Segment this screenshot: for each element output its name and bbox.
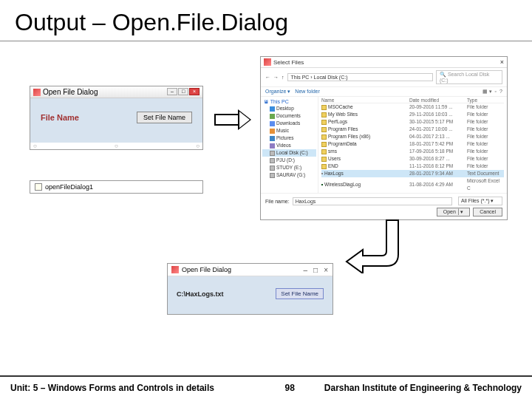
- file-row[interactable]: Program Files24-01-2017 10:00 ...File fo…: [321, 126, 504, 133]
- file-icon: [321, 134, 327, 140]
- sidebar-item[interactable]: Local Disk (C:): [262, 149, 316, 157]
- file-icon: [321, 112, 327, 117]
- dialog-toolbar: Organize ▾ New folder ▦ ▾ ▫ ?: [261, 87, 507, 97]
- win3-title: Open File Dialog: [182, 266, 231, 273]
- file-row[interactable]: sms17-09-2016 5:18 PMFile folder: [321, 148, 504, 155]
- col-name[interactable]: Name: [321, 98, 409, 103]
- filter-combo[interactable]: All Files (*.*) ▾: [458, 197, 502, 205]
- file-icon: [321, 142, 327, 147]
- drive-icon: [270, 129, 275, 134]
- drive-icon: [270, 166, 275, 171]
- file-icon: [321, 157, 327, 162]
- path-box[interactable]: This PC › Local Disk (C:): [287, 73, 434, 81]
- drive-icon: [270, 158, 275, 163]
- address-bar: ← → ↑ This PC › Local Disk (C:) 🔍 Search…: [261, 68, 507, 87]
- file-row[interactable]: WirelessDiagLog31-08-2016 4:29 AMMicroso…: [321, 177, 504, 192]
- nav-pane: 🖥 This PC DesktopDocumentsDownloadsMusic…: [261, 97, 318, 193]
- win1-titlebar: Open File Dialog – □ ×: [30, 86, 202, 98]
- result-window: Open File Dialog – □ × C:\HaxLogs.txt Se…: [167, 263, 333, 315]
- details-icon[interactable]: ▫: [495, 89, 497, 95]
- file-row[interactable]: Users30-09-2016 8:27 ...File folder: [321, 155, 504, 163]
- filename-label: File Name: [41, 113, 79, 122]
- organize-menu[interactable]: Organize ▾: [265, 89, 290, 95]
- file-row[interactable]: MSOCache20-09-2016 11:59 ...File folder: [321, 103, 504, 111]
- file-icon: [321, 120, 327, 125]
- sidebar-item[interactable]: Pictures: [262, 134, 316, 142]
- view-icon[interactable]: ▦ ▾: [482, 89, 492, 95]
- file-row[interactable]: PerfLogs30-10-2015 5:17 PMFile folder: [321, 118, 504, 126]
- designer-handles: ○○○: [30, 143, 202, 149]
- designer-window: Open File Dialog – □ × File Name Set Fil…: [30, 86, 203, 150]
- win3-minimize-icon[interactable]: –: [304, 266, 308, 274]
- file-icon: [321, 149, 327, 154]
- win1-title-text: Open File Dialog: [43, 88, 98, 96]
- file-icon: [321, 105, 327, 110]
- footer-institute: Darshan Institute of Engineering & Techn…: [324, 383, 522, 393]
- search-input[interactable]: 🔍 Search Local Disk (C:): [436, 70, 502, 84]
- win3-titlebar: Open File Dialog – □ ×: [168, 264, 332, 276]
- sidebar-item[interactable]: Documents: [262, 112, 316, 120]
- drive-icon: [270, 121, 275, 126]
- file-list: Name Date modified Type MSOCache20-09-20…: [318, 97, 507, 193]
- set-filename-button[interactable]: Set File Name: [137, 112, 192, 123]
- win3-app-icon: [171, 266, 179, 273]
- open-file-dialog: Select Files × ← → ↑ This PC › Local Dis…: [260, 56, 508, 220]
- drive-icon: [270, 106, 275, 112]
- file-row[interactable]: Program Files (x86)04-01-2017 2:13 ...Fi…: [321, 133, 504, 140]
- win1-body: File Name Set File Name: [30, 98, 202, 143]
- slide-footer: Unit: 5 – Windows Forms and Controls in …: [0, 375, 532, 399]
- sidebar-item[interactable]: STUDY (E:): [262, 164, 316, 171]
- col-date[interactable]: Date modified: [409, 98, 467, 103]
- dialog-main: 🖥 This PC DesktopDocumentsDownloadsMusic…: [261, 97, 507, 193]
- sidebar-item[interactable]: Videos: [262, 142, 316, 149]
- col-type[interactable]: Type: [467, 98, 504, 103]
- file-row[interactable]: ProgramData18-01-2017 5:42 PMFile folder: [321, 140, 504, 148]
- dialog-close-icon[interactable]: ×: [500, 58, 504, 66]
- maximize-icon[interactable]: □: [178, 88, 188, 95]
- nav-back-icon[interactable]: ←: [265, 75, 270, 80]
- filename-field-label: File name:: [265, 199, 290, 204]
- footer-unit: Unit: 5 – Windows Forms and Controls in …: [10, 383, 214, 393]
- cancel-button[interactable]: Cancel: [473, 208, 502, 216]
- drive-icon: [270, 143, 275, 149]
- open-button[interactable]: Open │▾: [437, 208, 470, 216]
- win3-close-icon[interactable]: ×: [324, 266, 328, 274]
- sidebar-item[interactable]: Music: [262, 127, 316, 134]
- sidebar-item[interactable]: Downloads: [262, 120, 316, 127]
- drive-icon: [270, 173, 275, 178]
- sidebar-item[interactable]: Desktop: [262, 105, 316, 112]
- file-icon: [321, 127, 327, 132]
- sidebar-item[interactable]: PJU (D:): [262, 157, 316, 164]
- slide-title: Output – Open.File.Dialog: [0, 0, 532, 41]
- win3-maximize-icon[interactable]: □: [313, 266, 318, 274]
- component-tray: openFileDialog1: [30, 180, 203, 194]
- filename-input[interactable]: HaxLogs: [293, 197, 452, 205]
- file-icon: [321, 164, 327, 169]
- result-path: C:\HaxLogs.txt: [177, 290, 224, 298]
- win3-set-button[interactable]: Set File Name: [276, 288, 324, 299]
- component-icon: [35, 183, 42, 191]
- window-controls: – □ ×: [167, 88, 200, 95]
- arrow-right-icon: [214, 109, 251, 130]
- close-icon[interactable]: ×: [189, 88, 200, 95]
- drive-icon: [270, 114, 275, 119]
- win3-body: C:\HaxLogs.txt Set File Name: [168, 276, 332, 314]
- file-icon: [321, 173, 323, 174]
- newfolder-button[interactable]: New folder: [295, 89, 319, 95]
- dialog-app-icon: [264, 58, 271, 66]
- file-row[interactable]: END11-11-2016 8:12 PMFile folder: [321, 163, 504, 170]
- dialog-bottom: File name: HaxLogs All Files (*.*) ▾ Ope…: [261, 193, 507, 219]
- sidebar-header[interactable]: 🖥 This PC: [262, 98, 316, 105]
- footer-page: 98: [285, 383, 295, 393]
- file-row[interactable]: My Web Sites29-11-2016 10:03 ...File fol…: [321, 111, 504, 118]
- nav-fwd-icon[interactable]: →: [273, 75, 279, 80]
- sidebar-item[interactable]: SAURAV (G:): [262, 171, 316, 179]
- help-icon[interactable]: ?: [499, 89, 502, 95]
- app-icon: [33, 89, 41, 96]
- component-name: openFileDialog1: [45, 183, 93, 191]
- column-headers: Name Date modified Type: [321, 98, 504, 103]
- nav-up-icon[interactable]: ↑: [282, 75, 284, 80]
- minimize-icon[interactable]: –: [167, 88, 177, 95]
- file-row[interactable]: HaxLogs28-01-2017 9:34 AMText Document: [321, 170, 504, 177]
- content-area: Open File Dialog – □ × File Name Set Fil…: [0, 41, 532, 359]
